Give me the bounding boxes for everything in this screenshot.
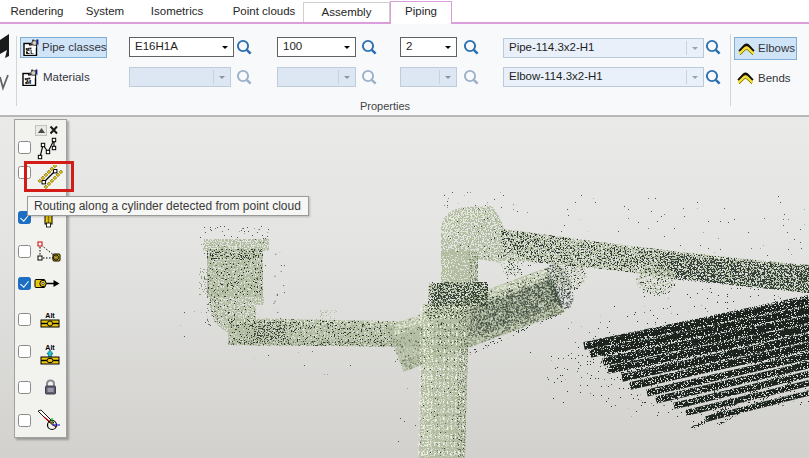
svg-text:Alt: Alt — [45, 312, 55, 319]
svg-text:CL: CL — [26, 49, 34, 55]
svg-text:M: M — [26, 79, 31, 85]
svg-text:Alt: Alt — [45, 344, 55, 351]
